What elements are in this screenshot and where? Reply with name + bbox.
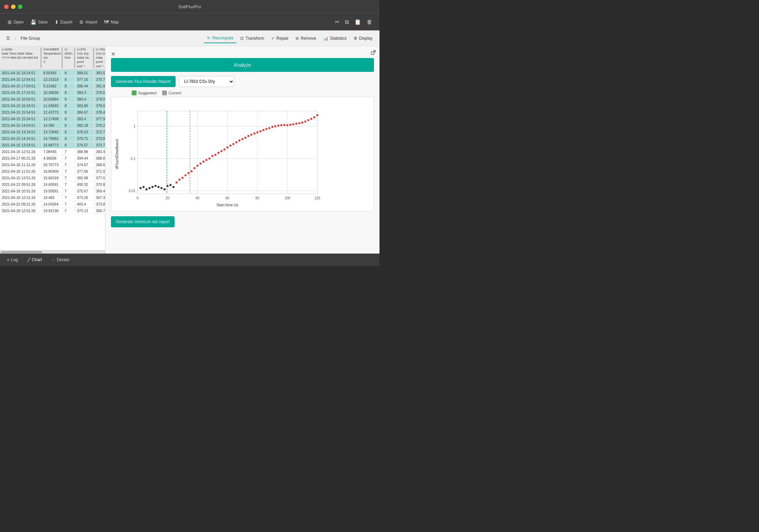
minimize-window-btn[interactable] xyxy=(11,4,16,9)
table-row[interactable]: 2021-04-15 14:24:5114.796828379.71373.87 xyxy=(0,135,105,142)
cell-datetime: 2021-04-17 06:21:26 xyxy=(0,155,41,161)
open-label: Open xyxy=(13,20,24,25)
cell-port: 8 xyxy=(63,69,75,76)
cell-li7810_co2: 378.49 xyxy=(94,109,105,115)
scrollbar-thumb[interactable] xyxy=(1,251,42,253)
col-header-datetime[interactable]: LI-8250 Date Time Initial Value YYYY-MM-… xyxy=(0,46,41,69)
cell-li870_co2: 373.26 xyxy=(75,194,94,201)
svg-text:40: 40 xyxy=(196,196,200,200)
cell-datetime: 2021-04-15 17:24:51 xyxy=(0,89,41,96)
display-icon: ⚙ xyxy=(354,36,357,41)
table-row[interactable]: 2021-04-15 15:54:5112.437738384.67378.49 xyxy=(0,109,105,115)
window-controls[interactable] xyxy=(4,4,22,9)
cell-chamber_temp: 10.65864 xyxy=(41,96,63,102)
table-row[interactable]: 2021-04-15 17:24:5110.366368384.3379.06 xyxy=(0,89,105,96)
cell-chamber_temp: 14.60591 xyxy=(41,181,63,188)
col-header-li870[interactable]: LI-870 CO₂ Dry Initial Va μmol mol⁻¹ xyxy=(75,46,94,69)
table-row[interactable]: 2021-04-18 11:51:2616.804097377.06371.05 xyxy=(0,168,105,174)
external-link-btn[interactable] xyxy=(371,50,376,56)
recompute-btn[interactable]: ↻ Recompute xyxy=(204,34,237,43)
svg-point-77 xyxy=(298,122,300,124)
table-row[interactable]: 2021-04-15 12:54:5113.153188377.16370.79 xyxy=(0,76,105,83)
cell-chamber_temp: 15.66318 xyxy=(41,174,63,181)
gas-selector[interactable]: LI-7810 CO₂ Dry xyxy=(179,76,234,87)
generate-flux-btn[interactable]: Generate Flux Results Report xyxy=(111,76,176,87)
table-row[interactable]: 2021-04-22 09:21:2614.043647403.4373.85 xyxy=(0,201,105,207)
table-row[interactable]: 2021-04-15 18:24:518.554558388.51383.52 xyxy=(0,69,105,76)
import-label: Import xyxy=(85,20,97,25)
transform-btn[interactable]: ⊡ Transform xyxy=(237,34,268,43)
generate-min-row: Generate minimum set report xyxy=(111,216,374,227)
col-header-chamber-temp[interactable]: CHAMBER Temperature Init C xyxy=(41,46,63,69)
export-button[interactable]: ⬇ Export xyxy=(52,18,75,27)
cell-li7810_co2: 370.85 xyxy=(94,181,105,188)
save-button[interactable]: 💾 Save xyxy=(28,18,50,27)
svg-point-74 xyxy=(289,124,291,126)
close-window-btn[interactable] xyxy=(4,4,9,9)
cell-li870_co2: 382.98 xyxy=(75,174,94,181)
table-row[interactable]: 2021-04-15 15:24:5113.174098383.4377.91 xyxy=(0,115,105,122)
svg-point-82 xyxy=(313,116,315,118)
cell-chamber_temp: 8.55455 xyxy=(41,69,63,76)
table-row[interactable]: 2021-04-22 09:51:2614.605917400.32370.85 xyxy=(0,181,105,188)
statistics-btn[interactable]: 📊 Statistics xyxy=(320,34,350,43)
map-button[interactable]: 🗺 Map xyxy=(101,18,121,27)
svg-point-65 xyxy=(262,129,264,131)
generate-min-btn[interactable]: Generate minimum set report xyxy=(111,216,175,227)
delete-icon-btn[interactable]: 🗑 xyxy=(364,17,375,27)
cell-chamber_temp: 16.80409 xyxy=(41,168,63,174)
svg-text:120: 120 xyxy=(315,196,320,200)
cut-icon-btn[interactable]: ✂ xyxy=(332,17,342,27)
maximize-window-btn[interactable] xyxy=(18,4,22,9)
svg-point-66 xyxy=(265,128,268,130)
table-row[interactable]: 2021-04-18 12:51:2619.921367373.13366.77 xyxy=(0,207,105,214)
table-row[interactable]: 2021-04-15 13:24:5113.730458378.53372.76 xyxy=(0,129,105,135)
table-row[interactable]: 2021-04-15 17:54:519.216828386.44381.85 xyxy=(0,83,105,89)
cell-chamber_temp: 10.36636 xyxy=(41,89,63,96)
table-row[interactable]: 2021-04-18 10:51:2619.505917375.67369.42 xyxy=(0,188,105,194)
table-row[interactable]: 2021-04-15 16:54:5110.658648384.4379.03 xyxy=(0,96,105,102)
horizontal-scrollbar[interactable] xyxy=(0,250,105,254)
paste-icon-btn[interactable]: 📋 xyxy=(352,17,364,27)
cell-li870_co2: 383.86 xyxy=(75,102,94,109)
repair-btn[interactable]: ✓ Repair xyxy=(268,34,292,43)
hamburger-icon: ☰ xyxy=(6,36,10,41)
open-button[interactable]: ⊞ Open xyxy=(5,18,26,27)
cell-li7810_co2: 388.88 xyxy=(94,155,105,161)
tab-chart[interactable]: ╱ Chart xyxy=(26,256,44,264)
table-row[interactable]: 2021-04-18 11:21:2620.707737374.67368.62 xyxy=(0,161,105,168)
cell-port: 7 xyxy=(63,174,75,181)
import-button[interactable]: ⚙ Import xyxy=(76,18,100,27)
table-row[interactable]: 2021-04-15 16:24:5111.630458383.86378.62 xyxy=(0,102,105,109)
display-btn[interactable]: ⚙ Display xyxy=(350,34,376,43)
svg-point-34 xyxy=(169,184,171,186)
legend-suggested: Suggested xyxy=(132,91,157,95)
table-row[interactable]: 2021-04-15 13:51:2615.663187382.98377.6 xyxy=(0,174,105,181)
svg-point-53 xyxy=(226,146,228,149)
table-row[interactable]: 2021-04-18 12:21:2619.4657373.26367.32 xyxy=(0,194,105,201)
cell-li7810_co2: 379.06 xyxy=(94,89,105,96)
copy-icon-btn[interactable]: ⧉ xyxy=(343,17,351,27)
table-row[interactable]: 2021-04-16 12:51:267.084557388.98383.45 xyxy=(0,148,105,155)
col-header-port[interactable]: LI-8250↓ Port xyxy=(63,46,75,69)
file-group-btn[interactable]: File Group xyxy=(18,35,43,42)
hamburger-menu-btn[interactable]: ☰ xyxy=(3,35,13,42)
cell-li870_co2: 382.18 xyxy=(75,122,94,129)
table-row[interactable]: 2021-04-17 06:21:264.906367394.44388.88 xyxy=(0,155,105,161)
cell-chamber_temp: 12.43773 xyxy=(41,109,63,115)
table-row[interactable]: 2021-04-15 14:54:5114.3958382.18376.29 xyxy=(0,122,105,129)
remove-btn[interactable]: ⊖ Remove xyxy=(292,34,320,43)
svg-point-29 xyxy=(154,185,157,187)
close-panel-btn[interactable]: ✕ xyxy=(109,50,117,58)
svg-point-39 xyxy=(185,174,187,176)
table-scroll[interactable]: LI-8250 Date Time Initial Value YYYY-MM-… xyxy=(0,46,105,250)
svg-point-79 xyxy=(304,121,306,123)
analyze-button[interactable]: Analyze xyxy=(111,58,374,72)
tab-details[interactable]: ··· Details xyxy=(49,256,72,264)
cell-li870_co2: 403.4 xyxy=(75,201,94,207)
tab-log[interactable]: ≡ Log xyxy=(5,256,20,264)
table-row[interactable]: 2021-04-15 13:54:5115.887738379.57373.73 xyxy=(0,142,105,148)
svg-point-49 xyxy=(214,154,216,156)
cell-li7810_co2: 379.03 xyxy=(94,96,105,102)
col-header-li7810[interactable]: LI-7810 CO₂ Dry Initia μmol mol⁻¹ xyxy=(94,46,105,69)
